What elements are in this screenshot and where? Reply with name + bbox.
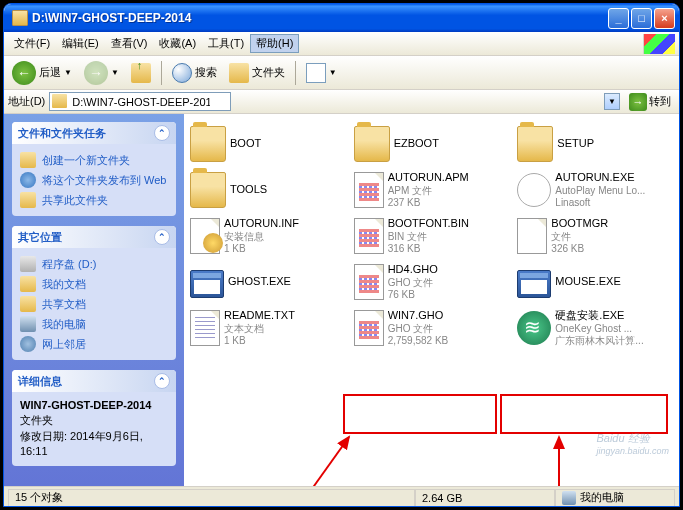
folder-icon <box>190 172 226 208</box>
tasks-panel-header[interactable]: 文件和文件夹任务 ⌃ <box>12 122 176 144</box>
address-input[interactable] <box>49 92 231 111</box>
watermark: Baidu 经验 jingyan.baidu.com <box>596 429 669 456</box>
search-icon <box>172 63 192 83</box>
close-button[interactable]: × <box>654 8 675 29</box>
sidebar-item-label: 将这个文件夹发布到 Web <box>42 173 166 188</box>
views-icon <box>306 63 326 83</box>
menu-help[interactable]: 帮助(H) <box>250 34 299 53</box>
file-icon <box>354 172 384 208</box>
file-name: 硬盘安装.EXE <box>555 309 643 322</box>
file-item[interactable]: HD4.GHOGHO 文件76 KB <box>352 260 512 304</box>
menu-tools[interactable]: 工具(T) <box>202 34 250 53</box>
toolbar: ← 后退 ▼ → ▼ 搜索 文件夹 ▼ <box>4 56 679 90</box>
menu-favorites[interactable]: 收藏(A) <box>153 34 202 53</box>
minimize-button[interactable]: _ <box>608 8 629 29</box>
file-meta: 安装信息 <box>224 231 299 243</box>
sidebar-item[interactable]: 程序盘 (D:) <box>20 254 168 274</box>
file-item[interactable]: AUTORUN.EXEAutoPlay Menu Lo...Linasoft <box>515 168 675 212</box>
folder-icon <box>517 126 553 162</box>
file-item[interactable]: BOOTFONT.BINBIN 文件316 KB <box>352 214 512 258</box>
go-button[interactable]: → 转到 <box>625 92 675 112</box>
up-icon <box>131 63 151 83</box>
address-dropdown-button[interactable]: ▼ <box>604 93 620 110</box>
sidebar-item-label: 程序盘 (D:) <box>42 257 96 272</box>
sidebar-item[interactable]: 我的文档 <box>20 274 168 294</box>
places-panel-header[interactable]: 其它位置 ⌃ <box>12 226 176 248</box>
exe-icon <box>517 270 551 298</box>
file-item[interactable]: SETUP <box>515 122 675 166</box>
file-icon <box>517 218 547 254</box>
file-name: SETUP <box>557 137 594 150</box>
file-area[interactable]: BOOTEZBOOTSETUPTOOLSAUTORUN.APMAPM 文件237… <box>184 114 679 486</box>
status-count: 15 个对象 <box>8 489 415 507</box>
file-item[interactable]: EZBOOT <box>352 122 512 166</box>
status-location: 我的电脑 <box>555 489 675 507</box>
network-icon <box>20 336 36 352</box>
file-name: BOOT <box>230 137 261 150</box>
address-label: 地址(D) <box>8 94 45 109</box>
forward-button[interactable]: → ▼ <box>80 59 123 87</box>
search-button[interactable]: 搜索 <box>168 61 221 85</box>
sidebar-item[interactable]: 我的电脑 <box>20 314 168 334</box>
views-button[interactable]: ▼ <box>302 61 341 85</box>
statusbar: 15 个对象 2.64 GB 我的电脑 <box>4 486 679 507</box>
sidebar-item[interactable]: 共享此文件夹 <box>20 190 168 210</box>
panel-title: 其它位置 <box>18 230 62 245</box>
file-name: HD4.GHO <box>388 263 438 276</box>
file-meta: 237 KB <box>388 197 469 209</box>
file-meta: 广东雨林木风计算... <box>555 335 643 347</box>
sidebar-item[interactable]: 将这个文件夹发布到 Web <box>20 170 168 190</box>
docs-icon <box>20 276 36 292</box>
folders-icon <box>229 63 249 83</box>
file-meta: GHO 文件 <box>388 323 449 335</box>
file-name: EZBOOT <box>394 137 439 150</box>
sidebar-item[interactable]: 共享文档 <box>20 294 168 314</box>
menu-edit[interactable]: 编辑(E) <box>56 34 105 53</box>
file-meta: 1 KB <box>224 243 299 255</box>
up-button[interactable] <box>127 61 155 85</box>
menu-view[interactable]: 查看(V) <box>105 34 154 53</box>
file-meta: 1 KB <box>224 335 295 347</box>
details-panel-header[interactable]: 详细信息 ⌃ <box>12 370 176 392</box>
details-panel: 详细信息 ⌃ WIN7-GHOST-DEEP-2014 文件夹 修改日期: 20… <box>12 370 176 466</box>
file-item[interactable]: README.TXT文本文档1 KB <box>188 306 348 350</box>
menu-file[interactable]: 文件(F) <box>8 34 56 53</box>
annotation-box-2 <box>500 394 668 434</box>
chevron-down-icon: ▼ <box>111 68 119 77</box>
panel-title: 文件和文件夹任务 <box>18 126 106 141</box>
tasks-panel-body: 创建一个新文件夹将这个文件夹发布到 Web共享此文件夹 <box>12 144 176 216</box>
folders-button[interactable]: 文件夹 <box>225 61 289 85</box>
windows-flag-icon <box>643 34 675 54</box>
separator <box>295 61 296 85</box>
address-input-wrap: ▼ <box>49 92 621 111</box>
file-item[interactable]: TOOLS <box>188 168 348 212</box>
file-name: BOOTFONT.BIN <box>388 217 469 230</box>
file-icon <box>354 310 384 346</box>
maximize-button[interactable]: □ <box>631 8 652 29</box>
chevron-up-icon: ⌃ <box>154 373 170 389</box>
details-panel-body: WIN7-GHOST-DEEP-2014 文件夹 修改日期: 2014年9月6日… <box>12 392 176 466</box>
tasks-panel: 文件和文件夹任务 ⌃ 创建一个新文件夹将这个文件夹发布到 Web共享此文件夹 <box>12 122 176 216</box>
back-button[interactable]: ← 后退 ▼ <box>8 59 76 87</box>
status-size: 2.64 GB <box>415 489 555 507</box>
annotation-arrow-1 <box>294 432 354 486</box>
txt-icon <box>190 310 220 346</box>
file-item[interactable]: BOOTMGR文件326 KB <box>515 214 675 258</box>
computer-icon <box>20 316 36 332</box>
sidebar-item[interactable]: 网上邻居 <box>20 334 168 354</box>
folder-icon <box>12 10 28 26</box>
file-name: MOUSE.EXE <box>555 275 620 288</box>
file-item[interactable]: AUTORUN.APMAPM 文件237 KB <box>352 168 512 212</box>
titlebar[interactable]: D:\WIN7-GHOST-DEEP-2014 _ □ × <box>4 4 679 32</box>
file-name: AUTORUN.APM <box>388 171 469 184</box>
file-item[interactable]: MOUSE.EXE <box>515 260 675 304</box>
file-item[interactable]: GHOST.EXE <box>188 260 348 304</box>
sidebar-item[interactable]: 创建一个新文件夹 <box>20 150 168 170</box>
file-item[interactable]: 硬盘安装.EXEOneKey Ghost ...广东雨林木风计算... <box>515 306 675 350</box>
places-panel: 其它位置 ⌃ 程序盘 (D:)我的文档共享文档我的电脑网上邻居 <box>12 226 176 360</box>
file-item[interactable]: BOOT <box>188 122 348 166</box>
file-item[interactable]: AUTORUN.INF安装信息1 KB <box>188 214 348 258</box>
chevron-up-icon: ⌃ <box>154 125 170 141</box>
address-bar: 地址(D) ▼ → 转到 <box>4 90 679 114</box>
file-item[interactable]: WIN7.GHOGHO 文件2,759,582 KB <box>352 306 512 350</box>
